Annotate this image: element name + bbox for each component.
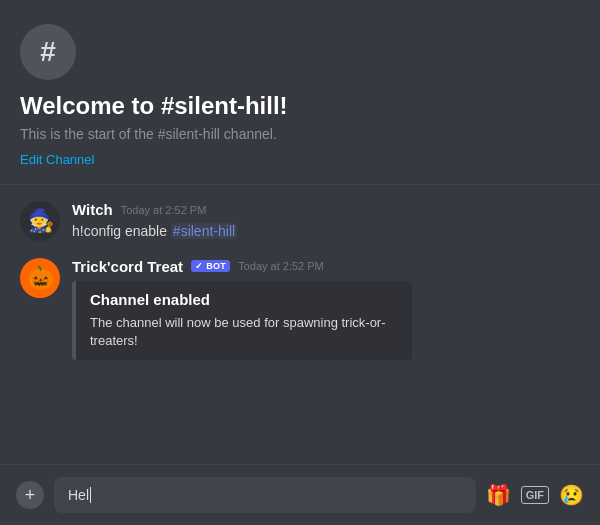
message-input-text: Hel: [68, 487, 89, 503]
channel-header: # Welcome to #silent-hill! This is the s…: [0, 0, 600, 185]
channel-title: Welcome to #silent-hill!: [20, 92, 580, 120]
trick-avatar-emoji: 🎃: [27, 265, 54, 291]
avatar-witch: 🧙: [20, 201, 60, 241]
message-meta-trick: Trick'cord Treat ✓ BOT Today at 2:52 PM: [72, 258, 580, 275]
add-attachment-button[interactable]: +: [16, 481, 44, 509]
message-meta-witch: Witch Today at 2:52 PM: [72, 201, 580, 218]
message-input-box[interactable]: Hel: [54, 477, 476, 513]
timestamp-trick: Today at 2:52 PM: [238, 260, 324, 272]
messages-area: 🧙 Witch Today at 2:52 PM h!config enable…: [0, 185, 600, 464]
message-group-trick: 🎃 Trick'cord Treat ✓ BOT Today at 2:52 P…: [20, 258, 580, 360]
input-icons: 🎁 GIF 😢: [486, 483, 584, 507]
message-content-trick: Trick'cord Treat ✓ BOT Today at 2:52 PM …: [72, 258, 580, 360]
username-trick: Trick'cord Treat: [72, 258, 183, 275]
text-cursor: [90, 487, 91, 503]
hash-icon: #: [40, 36, 56, 68]
channel-icon: #: [20, 24, 76, 80]
avatar-trick: 🎃: [20, 258, 60, 298]
embed-title: Channel enabled: [90, 291, 398, 308]
embed-card: Channel enabled The channel will now be …: [72, 281, 412, 360]
message-group-witch: 🧙 Witch Today at 2:52 PM h!config enable…: [20, 201, 580, 242]
witch-avatar-emoji: 🧙: [27, 208, 54, 234]
emoji-picker-button[interactable]: 😢: [559, 483, 584, 507]
checkmark-icon: ✓: [195, 261, 203, 271]
message-text-witch: h!config enable #silent-hill: [72, 222, 580, 242]
embed-description: The channel will now be used for spawnin…: [90, 314, 398, 350]
channel-description: This is the start of the #silent-hill ch…: [20, 126, 580, 142]
gif-button[interactable]: GIF: [521, 486, 549, 504]
bot-badge: ✓ BOT: [191, 260, 230, 272]
gift-icon-button[interactable]: 🎁: [486, 483, 511, 507]
message-input-area: + Hel 🎁 GIF 😢: [0, 464, 600, 525]
message-content-witch: Witch Today at 2:52 PM h!config enable #…: [72, 201, 580, 242]
username-witch: Witch: [72, 201, 113, 218]
edit-channel-link[interactable]: Edit Channel: [20, 152, 94, 167]
channel-mention: #silent-hill: [171, 223, 237, 239]
timestamp-witch: Today at 2:52 PM: [121, 204, 207, 216]
message-plain-text: h!config enable: [72, 223, 171, 239]
